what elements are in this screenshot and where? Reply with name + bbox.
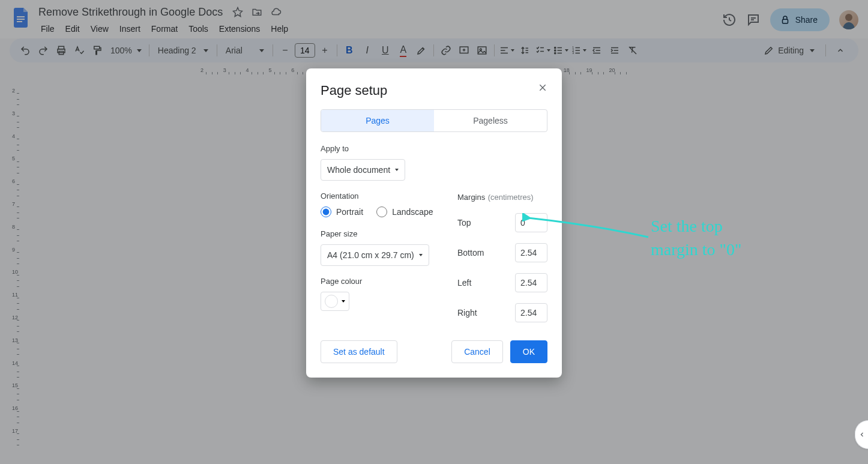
dialog-title: Page setup [321, 83, 547, 98]
paper-size-label: Paper size [321, 229, 443, 238]
apply-to-label: Apply to [321, 144, 547, 153]
caret-icon [419, 254, 423, 256]
caret-icon [342, 300, 345, 303]
tab-strip: Pages Pageless [321, 109, 547, 132]
page-colour-picker[interactable] [321, 292, 349, 311]
orientation-landscape-radio[interactable]: Landscape [376, 206, 433, 217]
tab-pages[interactable]: Pages [321, 110, 434, 131]
orientation-portrait-radio[interactable]: Portrait [321, 206, 363, 217]
orientation-label: Orientation [321, 191, 443, 200]
cancel-button[interactable]: Cancel [451, 340, 503, 363]
margin-left-label: Left [457, 278, 471, 288]
margin-bottom-input[interactable] [515, 243, 547, 262]
margin-top-label: Top [457, 218, 471, 227]
page-setup-dialog: Page setup Pages Pageless Apply to Whole… [306, 68, 562, 378]
caret-icon [395, 169, 399, 171]
page-colour-label: Page colour [321, 277, 443, 286]
margin-left-input[interactable] [515, 273, 547, 292]
tab-pageless[interactable]: Pageless [434, 110, 547, 131]
margin-bottom-label: Bottom [457, 248, 484, 258]
paper-size-select[interactable]: A4 (21.0 cm x 29.7 cm) [321, 244, 429, 266]
colour-swatch-icon [325, 295, 338, 308]
apply-to-select[interactable]: Whole document [321, 159, 405, 181]
margins-unit: (centimetres) [488, 193, 534, 202]
margin-right-label: Right [457, 308, 477, 318]
margin-right-input[interactable] [515, 303, 547, 322]
set-default-button[interactable]: Set as default [321, 340, 397, 363]
margin-top-input[interactable] [515, 213, 547, 232]
ok-button[interactable]: OK [510, 340, 547, 363]
close-button[interactable] [535, 80, 550, 95]
margins-label: Margins [457, 193, 485, 202]
